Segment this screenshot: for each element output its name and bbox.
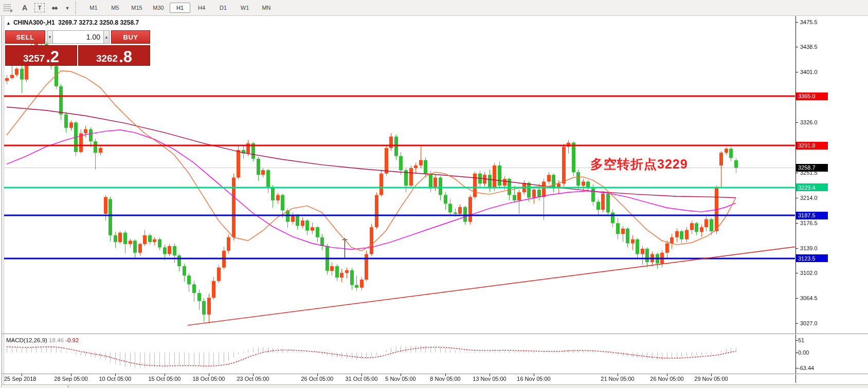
bottom-scrollbar <box>0 384 868 388</box>
macd-scale-label: 0.00 <box>798 349 809 356</box>
date-tick-label: 15 Oct 05:00 <box>149 376 181 382</box>
price-tick-label: 3139.0 <box>800 245 818 251</box>
date-tick-label: 8 Nov 05:00 <box>430 376 460 382</box>
chart-frame-left <box>4 16 4 384</box>
price-tick-label: 3214.0 <box>800 195 818 201</box>
bid-decimal: .2 <box>46 50 59 64</box>
macd-scale-label: 51 <box>798 337 804 343</box>
price-badge-3258.7: 3258.7 <box>796 164 828 172</box>
price-tick-label: 3326.0 <box>800 119 818 125</box>
tf-button-H1[interactable]: H1 <box>170 3 190 13</box>
macd-name: MACD(12,26,9) <box>6 337 47 343</box>
one-click-trade-panel: SELL ▼ ▲ BUY 3257 .2 3262 .8 <box>5 30 150 66</box>
price-badge-3229.4: 3229.4 <box>796 183 828 191</box>
date-tick-label: 16 Nov 05:00 <box>517 376 550 382</box>
date-tick-label: 23 Oct 05:00 <box>237 376 269 382</box>
sell-button[interactable]: SELL <box>5 30 45 44</box>
date-tick-label: 10 Oct 05:00 <box>99 376 132 382</box>
price-badge-3291.8: 3291.8 <box>796 142 828 150</box>
tf-button-D1[interactable]: D1 <box>213 3 233 13</box>
fibonacci-icon[interactable]: F <box>2 2 15 14</box>
macd-scale-label: -63.44 <box>798 365 814 371</box>
scrollbar-thumb[interactable] <box>1 384 68 388</box>
macd-main-value: 18.46 <box>49 337 64 343</box>
timeframe-toolbar: M1M5M15M30H1H4D1W1MN <box>83 3 277 13</box>
toolbar-grip[interactable] <box>75 2 80 14</box>
volume-increase-button[interactable]: ▲ <box>103 30 110 44</box>
volume-input[interactable] <box>53 30 103 44</box>
ask-price-box[interactable]: 3262 .8 <box>78 45 150 66</box>
date-tick-label: 26 Nov 05:00 <box>650 376 683 382</box>
tf-button-M1[interactable]: M1 <box>83 3 104 13</box>
date-tick-label: 28 Sep 05:00 <box>54 376 87 382</box>
toolbar: F A T ◆◆ ▾ M1M5M15M30H1H4D1W1MN <box>0 0 868 16</box>
ask-decimal: .8 <box>119 50 132 64</box>
date-tick-label: 5 Nov 05:00 <box>385 376 415 382</box>
date-tick-label: 26 Oct 05:00 <box>301 376 334 382</box>
price-badge-3123.5: 3123.5 <box>796 254 828 262</box>
bid-price-box[interactable]: 3257 .2 <box>5 45 77 66</box>
price-badge-3187.5: 3187.5 <box>796 212 828 219</box>
price-tick-label: 3475.5 <box>800 19 818 25</box>
tf-button-M30[interactable]: M30 <box>148 3 169 13</box>
date-tick-label: 21 Nov 05:00 <box>601 376 634 382</box>
ask-integer: 3262 <box>96 53 118 64</box>
chart-canvas[interactable] <box>0 16 868 388</box>
price-tick-label: 3027.0 <box>800 320 818 326</box>
macd-indicator-label: MACD(12,26,9) 18.46 -0.92 <box>6 337 79 343</box>
price-tick-label: 3401.0 <box>800 69 818 75</box>
tf-button-MN[interactable]: MN <box>256 3 277 13</box>
volume-decrease-button[interactable]: ▼ <box>47 30 53 44</box>
text-label-icon[interactable]: T <box>34 3 45 12</box>
date-tick-label: 25 Sep 2018 <box>4 376 36 382</box>
price-badge-3365.0: 3365.0 <box>796 93 828 100</box>
price-tick-label: 3176.5 <box>800 220 818 226</box>
text-icon[interactable]: A <box>18 2 31 14</box>
chart-title-ohlc: ▲CHINA300-,H1 3269.7 3273.2 3250.8 3258.… <box>6 19 139 26</box>
window-frame-left <box>2 16 2 388</box>
arrows-icon[interactable]: ◆◆ <box>48 2 61 14</box>
tf-button-W1[interactable]: W1 <box>234 3 255 13</box>
chart-text-annotation: 多空转折点3229 <box>590 156 688 173</box>
svg-text:F: F <box>10 9 13 12</box>
dropdown-caret-icon[interactable]: ▾ <box>64 2 70 14</box>
tf-button-H4[interactable]: H4 <box>191 3 212 13</box>
date-tick-label: 18 Oct 05:00 <box>193 376 225 382</box>
date-tick-label: 31 Oct 05:00 <box>346 376 378 382</box>
price-tick-label: 3064.5 <box>800 295 818 301</box>
date-tick-label: 13 Nov 05:00 <box>473 376 506 382</box>
tf-button-M15[interactable]: M15 <box>126 3 147 13</box>
tf-button-M5[interactable]: M5 <box>105 3 125 13</box>
bid-integer: 3257 <box>23 53 45 64</box>
price-tick-label: 3102.0 <box>800 270 818 276</box>
chart-window: ▲CHINA300-,H1 3269.7 3273.2 3250.8 3258.… <box>0 16 868 388</box>
ohlc-values: 3269.7 3273.2 3250.8 3258.7 <box>58 19 139 26</box>
price-tick-label: 3438.5 <box>800 44 818 50</box>
symbol-timeframe: CHINA300-,H1 <box>13 19 55 26</box>
macd-signal-value: -0.92 <box>65 337 79 343</box>
scrollbar-track[interactable] <box>68 384 868 388</box>
buy-button[interactable]: BUY <box>111 30 150 44</box>
date-tick-label: 29 Nov 05:00 <box>694 376 728 382</box>
collapse-icon[interactable]: ▲ <box>6 21 11 26</box>
